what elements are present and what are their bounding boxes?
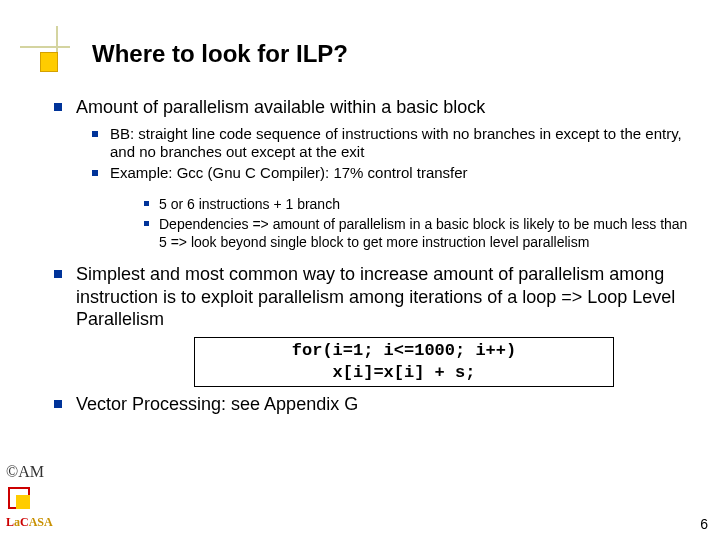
bullet-text: Amount of parallelism available within a… [76,96,485,119]
bullet-text: Vector Processing: see Appendix G [76,393,358,416]
bullet-text: Dependencies => amount of parallelism in… [159,215,698,251]
brand-text: LaCASA [6,515,53,530]
bullet-square-icon [144,201,149,206]
bullet-text: Example: Gcc (Gnu C Compiler): 17% contr… [110,164,468,183]
bullet-square-icon [54,103,62,111]
slide-body: Amount of parallelism available within a… [54,96,698,422]
code-box: for(i=1; i<=1000; i++) x[i]=x[i] + s; [194,337,614,387]
corner-decoration [20,46,70,78]
bullet-text: 5 or 6 instructions + 1 branch [159,195,340,213]
bullet-level3: 5 or 6 instructions + 1 branch [144,195,698,213]
bullet-square-icon [92,170,98,176]
bullet-square-icon [144,221,149,226]
bullet-level1: Amount of parallelism available within a… [54,96,698,119]
brand-logo-icon [6,485,34,513]
bullet-square-icon [54,270,62,278]
bullet-text: BB: straight line code sequence of instr… [110,125,698,163]
bullet-level2: Example: Gcc (Gnu C Compiler): 17% contr… [92,164,698,183]
bullet-text: Simplest and most common way to increase… [76,263,698,331]
bullet-level2: BB: straight line code sequence of instr… [92,125,698,163]
bullet-square-icon [92,131,98,137]
bullet-level3: Dependencies => amount of parallelism in… [144,215,698,251]
page-number: 6 [700,516,708,532]
footer-left: ©AM LaCASA [6,463,53,530]
bullet-square-icon [54,400,62,408]
slide-title: Where to look for ILP? [92,40,348,68]
code-line: x[i]=x[i] + s; [203,362,605,384]
copyright-label: ©AM [6,463,53,481]
bullet-level1: Simplest and most common way to increase… [54,263,698,331]
code-line: for(i=1; i<=1000; i++) [203,340,605,362]
bullet-level1: Vector Processing: see Appendix G [54,393,698,416]
